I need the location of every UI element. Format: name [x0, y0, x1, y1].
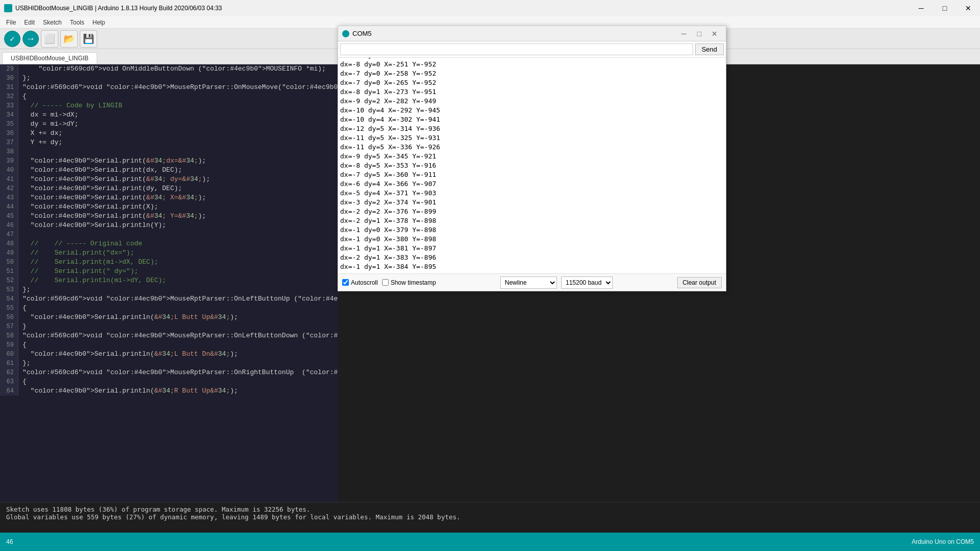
show-timestamp-label[interactable]: Show timestamp: [382, 279, 436, 286]
line-code[interactable]: "color:#569cd6">void "color:#4ec9b0">Mou…: [18, 294, 338, 304]
line-code[interactable]: {: [18, 92, 27, 101]
send-button[interactable]: Send: [695, 43, 724, 55]
serial-output-line: dx=-1 dy=1 X=-384 Y=-895: [340, 262, 724, 271]
line-code[interactable]: "color:#4ec9b0">Serial.print(X);: [18, 202, 158, 212]
line-code[interactable]: "color:#4ec9b0">Serial.print(&#34; X=&#3…: [18, 193, 206, 202]
line-code[interactable]: };: [18, 74, 31, 83]
line-code[interactable]: dy = mi->dY;: [18, 120, 78, 129]
line-code[interactable]: // Serial.print(mi->dX, DEC);: [18, 258, 158, 267]
serial-output-line: dx=-6 dy=4 X=-366 Y=-907: [340, 179, 724, 189]
status-line2: Global variables use 559 bytes (27%) of …: [6, 513, 974, 521]
serial-maximize-button[interactable]: □: [692, 28, 706, 40]
autoscroll-label[interactable]: Autoscroll: [342, 279, 378, 286]
line-number: 29: [0, 64, 18, 74]
line-code[interactable]: {: [18, 304, 27, 313]
line-code[interactable]: {: [18, 377, 27, 386]
line-code[interactable]: "color:#569cd6">void OnMiddleButtonDown …: [18, 64, 326, 74]
close-button[interactable]: ✕: [956, 0, 980, 16]
new-button[interactable]: ⬜: [41, 30, 58, 48]
save-button[interactable]: 💾: [80, 30, 97, 48]
line-number: 37: [0, 138, 18, 147]
autoscroll-checkbox[interactable]: [342, 279, 349, 286]
tab-main[interactable]: USBHIDBootMouse_LINGIB: [2, 52, 97, 64]
minimize-button[interactable]: ─: [909, 0, 933, 16]
open-button[interactable]: 📂: [60, 30, 78, 48]
code-line: 31"color:#569cd6">void "color:#4ec9b0">M…: [0, 83, 338, 92]
serial-minimize-button[interactable]: ─: [677, 28, 691, 40]
line-number: 59: [0, 340, 18, 350]
line-code[interactable]: "color:#4ec9b0">Serial.println(&#34;L Bu…: [18, 313, 238, 322]
line-code[interactable]: // // ----- Original code: [18, 239, 142, 248]
serial-input-bar: Send: [338, 41, 726, 58]
menu-edit[interactable]: Edit: [20, 18, 39, 27]
line-code[interactable]: "color:#4ec9b0">Serial.println(&#34;R Bu…: [18, 386, 238, 396]
line-code[interactable]: // Serial.print("dx=");: [18, 248, 134, 258]
title-text: USBHIDBootMouse_LINGIB | Arduino 1.8.13 …: [15, 5, 222, 12]
line-code[interactable]: };: [18, 285, 31, 294]
baud-select[interactable]: 115200 baud 9600 baud 19200 baud: [561, 277, 613, 289]
maximize-button[interactable]: □: [933, 0, 956, 16]
line-code[interactable]: "color:#4ec9b0">Serial.print(&#34;dx=&#3…: [18, 156, 206, 166]
show-timestamp-checkbox[interactable]: [382, 279, 389, 286]
line-code[interactable]: "color:#569cd6">void "color:#4ec9b0">Mou…: [18, 368, 338, 377]
line-code[interactable]: Y += dy;: [18, 138, 62, 147]
line-number: 51: [0, 267, 18, 276]
line-code[interactable]: // Serial.print(" dy=");: [18, 267, 138, 276]
line-number: 42: [0, 184, 18, 193]
newline-select[interactable]: Newline No line ending Carriage return B…: [500, 277, 557, 289]
line-code[interactable]: "color:#4ec9b0">Serial.print(dx, DEC);: [18, 166, 182, 175]
code-line: 36 X += dx;: [0, 129, 338, 138]
line-code[interactable]: [18, 147, 23, 156]
verify-button[interactable]: [4, 31, 20, 47]
line-code[interactable]: // ----- Code by LINGIB: [18, 101, 122, 110]
line-number: 40: [0, 166, 18, 175]
line-code[interactable]: [18, 230, 23, 239]
code-line: 50 // Serial.print(mi->dX, DEC);: [0, 258, 338, 267]
code-line: 54"color:#569cd6">void "color:#4ec9b0">M…: [0, 294, 338, 304]
line-code[interactable]: "color:#4ec9b0">Serial.println(Y);: [18, 221, 166, 230]
menu-tools[interactable]: Tools: [66, 18, 88, 27]
line-number: 61: [0, 359, 18, 368]
menu-help[interactable]: Help: [88, 18, 109, 27]
menu-sketch[interactable]: Sketch: [39, 18, 66, 27]
line-code[interactable]: "color:#569cd6">void "color:#4ec9b0">Mou…: [18, 83, 338, 92]
line-code[interactable]: };: [18, 359, 31, 368]
code-line: 35 dy = mi->dY;: [0, 120, 338, 129]
line-number: 33: [0, 101, 18, 110]
line-number: 54: [0, 294, 18, 304]
serial-output-line: dx=-3 dy=2 X=-374 Y=-901: [340, 198, 724, 207]
line-number: 34: [0, 110, 18, 120]
serial-output-line: dx=-2 dy=2 X=-376 Y=-899: [340, 207, 724, 216]
line-code[interactable]: dx = mi->dX;: [18, 110, 78, 120]
line-code[interactable]: "color:#4ec9b0">Serial.print(dy, DEC);: [18, 184, 182, 193]
line-code[interactable]: X += dx;: [18, 129, 62, 138]
line-code[interactable]: "color:#4ec9b0">Serial.print(&#34; dy=&#…: [18, 175, 210, 184]
serial-output-line: dx=-10 dy=4 X=-292 Y=-945: [340, 106, 724, 115]
line-number: 58: [0, 331, 18, 340]
code-line: 55{: [0, 304, 338, 313]
serial-input[interactable]: [340, 43, 693, 55]
code-line: 64 "color:#4ec9b0">Serial.println(&#34;R…: [0, 386, 338, 396]
serial-output-line: dx=-10 dy=4 X=-302 Y=-941: [340, 115, 724, 124]
line-number: 53: [0, 285, 18, 294]
code-line: 56 "color:#4ec9b0">Serial.println(&#34;L…: [0, 313, 338, 322]
serial-output[interactable]: dx=-9 dy=-1 X=-243 Y=-952dx=-8 dy=0 X=-2…: [338, 58, 726, 273]
line-code[interactable]: "color:#4ec9b0">Serial.print(&#34; Y=&#3…: [18, 212, 206, 221]
line-code[interactable]: {: [18, 340, 27, 350]
line-code[interactable]: }: [18, 322, 27, 331]
serial-title-controls: ─ □ ✕: [677, 28, 722, 40]
line-code[interactable]: "color:#569cd6">void "color:#4ec9b0">Mou…: [18, 331, 338, 340]
clear-output-button[interactable]: Clear output: [677, 277, 722, 288]
code-line: 53};: [0, 285, 338, 294]
upload-button[interactable]: [23, 31, 39, 47]
line-number: 38: [0, 147, 18, 156]
line-code[interactable]: "color:#4ec9b0">Serial.println(&#34;L Bu…: [18, 350, 238, 359]
menu-file[interactable]: File: [2, 18, 20, 27]
code-line: 38: [0, 147, 338, 156]
serial-output-line: dx=-9 dy=5 X=-345 Y=-921: [340, 152, 724, 161]
serial-close-button[interactable]: ✕: [707, 28, 722, 40]
line-code[interactable]: // Serial.println(mi->dY, DEC);: [18, 276, 166, 285]
line-number: 32: [0, 92, 18, 101]
line-number: 49: [0, 248, 18, 258]
code-line: 62"color:#569cd6">void "color:#4ec9b0">M…: [0, 368, 338, 377]
